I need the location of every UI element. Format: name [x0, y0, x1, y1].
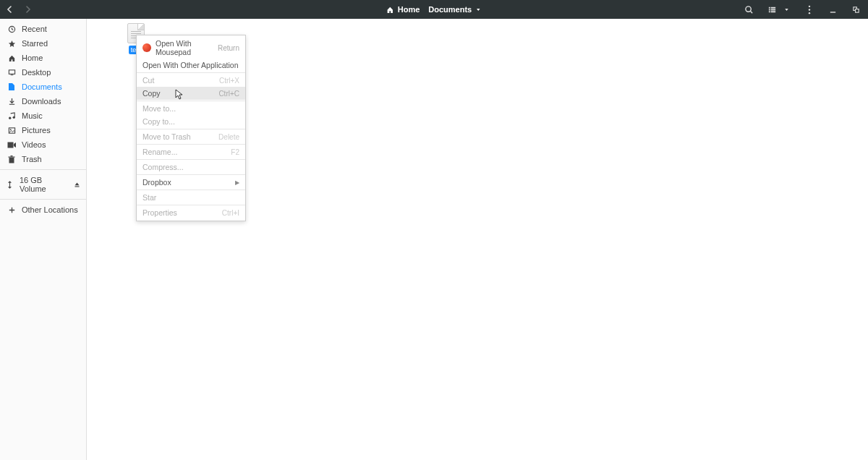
- mousepad-app-icon: [142, 43, 151, 52]
- trash-icon: [7, 155, 16, 163]
- plus-icon: [7, 205, 16, 214]
- sidebar-item-star[interactable]: Starred: [0, 36, 86, 51]
- sidebar-item-home[interactable]: Home: [0, 51, 86, 65]
- sidebar-item-label: Home: [22, 54, 43, 62]
- menu-item-label: Move to...: [142, 104, 176, 113]
- menu-item-shortcut: Ctrl+C: [218, 90, 239, 98]
- svg-point-10: [809, 12, 810, 13]
- sidebar-item-downloads[interactable]: Downloads: [0, 94, 86, 108]
- menu-item-star: Star: [137, 191, 245, 204]
- view-list-button[interactable]: [767, 4, 777, 14]
- menu-item-label: Properties: [142, 208, 177, 217]
- sidebar-item-documents[interactable]: Documents: [0, 80, 86, 94]
- menu-item-shortcut: Return: [218, 44, 239, 52]
- documents-icon: [7, 82, 16, 91]
- videos-icon: [7, 140, 16, 149]
- music-icon: [7, 111, 16, 120]
- sidebar-item-label: Pictures: [22, 126, 51, 135]
- menu-item-shortcut: Ctrl+X: [219, 77, 239, 85]
- svg-rect-26: [75, 186, 80, 187]
- menu-item-compress: Compress...: [137, 161, 245, 174]
- sidebar-item-pictures[interactable]: Pictures: [0, 123, 86, 137]
- menu-item-label: Cut: [142, 76, 154, 85]
- sidebar-item-label: Recent: [22, 25, 47, 33]
- svg-point-9: [809, 9, 810, 10]
- breadcrumb: Home Documents: [386, 5, 482, 14]
- home-icon: [7, 54, 16, 62]
- search-button[interactable]: [744, 4, 754, 14]
- svg-rect-2: [768, 7, 770, 8]
- menu-item-label: Open With Mousepad: [156, 39, 213, 56]
- svg-rect-16: [10, 74, 13, 75]
- svg-rect-5: [770, 9, 775, 10]
- menu-item-cut: CutCtrl+X: [137, 74, 245, 87]
- sidebar-item-label: 16 GB Volume: [20, 176, 68, 193]
- sidebar-item-recent[interactable]: Recent: [0, 22, 86, 36]
- menu-item-copy[interactable]: CopyCtrl+C: [137, 87, 245, 100]
- sidebar-other-locations[interactable]: Other Locations: [0, 203, 86, 217]
- recent-icon: [7, 25, 16, 33]
- menu-item-label: Rename...: [142, 148, 177, 156]
- file-pane[interactable]: test Open With MousepadReturnOpen With O…: [87, 19, 868, 460]
- menu-item-open-with-mousepad[interactable]: Open With MousepadReturn: [137, 37, 245, 59]
- sidebar-item-label: Videos: [22, 140, 46, 149]
- breadcrumb-home[interactable]: Home: [386, 5, 420, 14]
- menu-item-properties: PropertiesCtrl+I: [137, 206, 245, 219]
- svg-rect-13: [855, 9, 859, 12]
- svg-line-1: [750, 11, 752, 13]
- sidebar-item-desktop[interactable]: Desktop: [0, 65, 86, 80]
- hamburger-menu-button[interactable]: [804, 4, 814, 14]
- svg-point-0: [745, 6, 750, 11]
- sidebar-item-music[interactable]: Music: [0, 108, 86, 123]
- maximize-button[interactable]: [851, 4, 861, 14]
- titlebar: Home Documents: [0, 0, 868, 19]
- sidebar: RecentStarredHomeDesktopDocumentsDownloa…: [0, 19, 87, 460]
- sidebar-item-label: Documents: [22, 82, 62, 91]
- menu-item-label: Copy: [142, 89, 161, 98]
- downloads-icon: [7, 97, 16, 106]
- sidebar-item-videos[interactable]: Videos: [0, 137, 86, 152]
- star-icon: [7, 39, 16, 48]
- breadcrumb-documents-label: Documents: [428, 5, 472, 14]
- context-menu: Open With MousepadReturnOpen With Other …: [136, 35, 246, 221]
- nav-back-button[interactable]: [4, 4, 16, 15]
- svg-point-21: [9, 129, 11, 130]
- menu-item-label: Copy to...: [142, 117, 175, 126]
- menu-item-dropbox[interactable]: Dropbox▶: [137, 176, 245, 189]
- menu-item-label: Open With Other Application: [142, 61, 239, 69]
- svg-rect-24: [9, 156, 15, 157]
- breadcrumb-documents[interactable]: Documents: [428, 5, 482, 14]
- minimize-button[interactable]: [827, 4, 838, 14]
- svg-rect-3: [770, 7, 775, 8]
- home-icon: [386, 6, 394, 14]
- menu-item-move-to: Move to...: [137, 102, 245, 115]
- svg-rect-6: [768, 11, 770, 12]
- drive-icon: [6, 181, 14, 189]
- eject-button[interactable]: [74, 182, 80, 188]
- menu-item-label: Dropbox: [142, 178, 171, 187]
- chevron-down-icon: [475, 7, 482, 13]
- sidebar-item-label: Desktop: [22, 68, 51, 77]
- chevron-right-icon: ▶: [235, 179, 239, 186]
- menu-item-open-with-other-application[interactable]: Open With Other Application: [137, 59, 245, 72]
- menu-item-label: Move to Trash: [142, 132, 191, 141]
- menu-item-label: Star: [142, 193, 156, 202]
- svg-rect-17: [9, 103, 14, 104]
- view-dropdown-button[interactable]: [781, 4, 791, 14]
- menu-item-rename: Rename...F2: [137, 145, 245, 158]
- sidebar-item-label: Music: [22, 111, 43, 120]
- svg-rect-4: [768, 9, 770, 10]
- sidebar-volume[interactable]: 16 GB Volume: [0, 173, 86, 196]
- desktop-icon: [7, 68, 16, 77]
- pictures-icon: [7, 126, 16, 135]
- sidebar-item-trash[interactable]: Trash: [0, 152, 86, 166]
- svg-point-8: [809, 5, 810, 7]
- breadcrumb-home-label: Home: [398, 5, 420, 14]
- svg-rect-22: [8, 142, 14, 148]
- svg-rect-23: [9, 158, 14, 163]
- sidebar-item-label: Starred: [22, 39, 48, 48]
- sidebar-item-label: Downloads: [22, 97, 61, 106]
- menu-item-shortcut: F2: [231, 148, 239, 156]
- menu-item-label: Compress...: [142, 163, 184, 171]
- menu-item-shortcut: Ctrl+I: [222, 209, 239, 217]
